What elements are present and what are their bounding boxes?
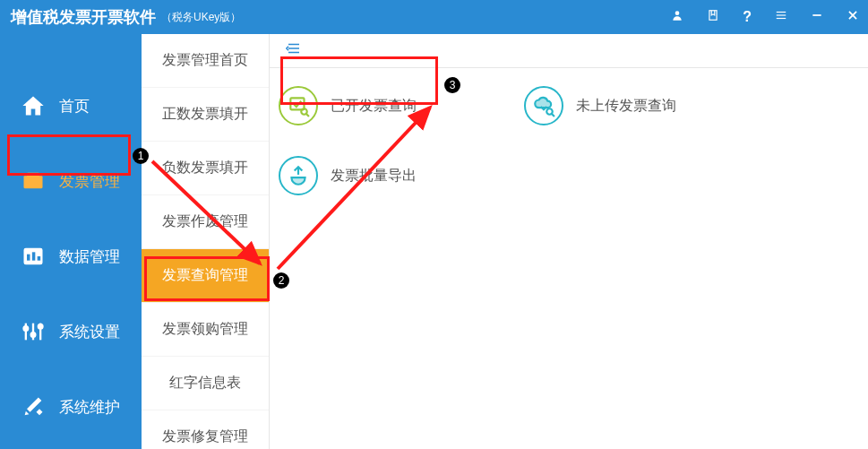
settings-icon: [20, 318, 47, 345]
sidebar-item-invoice[interactable]: 发票管理: [0, 143, 142, 219]
tools-icon: [20, 393, 47, 420]
tile-issued-query[interactable]: 已开发票查询: [279, 86, 417, 125]
svg-rect-9: [27, 173, 39, 178]
submenu-item-query[interactable]: 发票查询管理: [142, 249, 269, 303]
svg-rect-12: [32, 252, 36, 260]
sidebar-item-label: 系统维护: [59, 397, 120, 418]
submenu-item-home[interactable]: 发票管理首页: [142, 34, 269, 88]
submenu-item-repair[interactable]: 发票修复管理: [142, 410, 269, 449]
submenu-item-void[interactable]: 发票作废管理: [142, 195, 269, 249]
sidebar: 首页 发票管理 数据管理 系统设置: [0, 34, 142, 449]
sidebar-item-label: 数据管理: [59, 246, 120, 267]
submenu-item-positive[interactable]: 正数发票填开: [142, 88, 269, 142]
svg-point-19: [39, 324, 43, 329]
svg-point-17: [24, 326, 29, 331]
cloud-search-icon: [524, 86, 563, 125]
help-icon[interactable]: ?: [743, 9, 752, 25]
export-icon: [279, 156, 318, 195]
svg-rect-11: [27, 255, 30, 261]
svg-point-18: [31, 332, 36, 337]
svg-rect-23: [290, 98, 304, 109]
app-title: 增值税发票开票软件: [11, 6, 156, 28]
app-subtitle: （税务UKey版）: [161, 10, 241, 25]
tile-batch-export[interactable]: 发票批量导出: [279, 156, 417, 195]
sidebar-toggle-icon[interactable]: [286, 40, 302, 61]
check-search-icon: [279, 86, 318, 125]
svg-rect-13: [38, 256, 41, 261]
svg-point-0: [675, 11, 680, 15]
invoice-icon: [20, 168, 47, 194]
submenu-item-red[interactable]: 红字信息表: [142, 357, 269, 410]
minimize-button[interactable]: [811, 9, 823, 25]
submenu: 发票管理首页 正数发票填开 负数发票填开 发票作废管理 发票查询管理 发票领购管…: [142, 34, 270, 449]
toggle-bar: [270, 34, 868, 68]
tile-label: 发票批量导出: [331, 167, 417, 186]
titlebar: 增值税发票开票软件 （税务UKey版） ?: [0, 0, 868, 34]
sidebar-item-home[interactable]: 首页: [0, 68, 142, 143]
sidebar-item-data[interactable]: 数据管理: [0, 219, 142, 294]
tile-unuploaded-query[interactable]: 未上传发票查询: [524, 86, 676, 125]
submenu-item-negative[interactable]: 负数发票填开: [142, 142, 269, 195]
user-icon[interactable]: [671, 9, 683, 25]
menu-icon[interactable]: [775, 9, 787, 25]
sidebar-item-label: 发票管理: [59, 171, 120, 192]
sidebar-item-settings[interactable]: 系统设置: [0, 294, 142, 369]
content-area: 已开发票查询 未上传发票查询 发票批量导出: [270, 34, 868, 449]
data-icon: [20, 243, 47, 270]
submenu-item-purchase[interactable]: 发票领购管理: [142, 303, 269, 357]
svg-line-27: [552, 114, 554, 117]
sidebar-item-label: 系统设置: [59, 322, 120, 342]
home-icon: [20, 92, 47, 119]
window-controls: ?: [671, 0, 859, 34]
tile-label: 已开发票查询: [331, 97, 417, 116]
svg-line-25: [306, 114, 309, 117]
svg-rect-1: [709, 11, 717, 21]
tile-label: 未上传发票查询: [576, 97, 676, 116]
sidebar-item-label: 首页: [59, 96, 90, 117]
close-button[interactable]: [847, 9, 859, 25]
bookmark-icon[interactable]: [707, 9, 719, 25]
sidebar-item-maintenance[interactable]: 系统维护: [0, 369, 142, 445]
